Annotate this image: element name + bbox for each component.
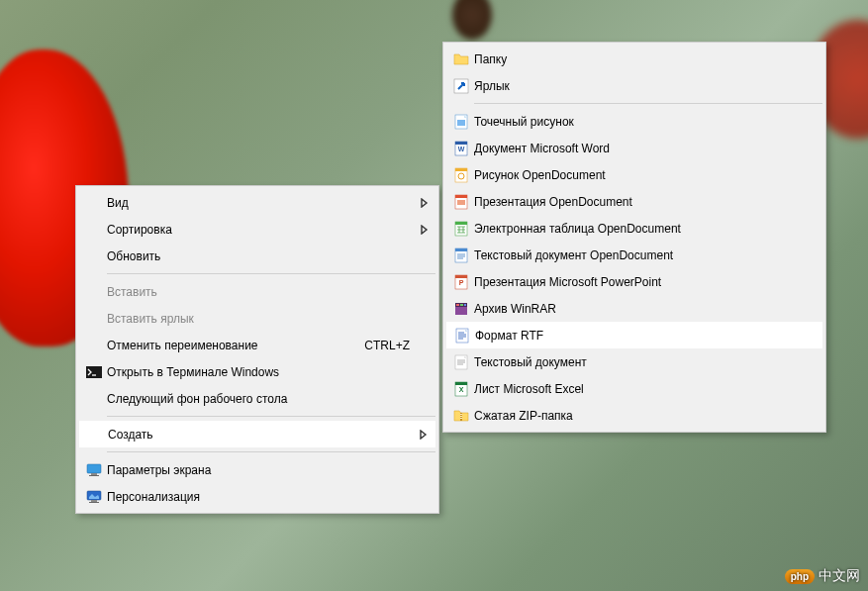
secondaryMenu-item-label: Документ Microsoft Word	[474, 142, 805, 155]
primaryMenu-item-0[interactable]: Вид	[79, 189, 435, 216]
blank-icon	[81, 193, 107, 213]
primaryMenu-item-label: Вид	[107, 196, 418, 210]
secondaryMenu-item-13[interactable]: XЛист Microsoft Excel	[446, 375, 822, 402]
chevron-right-icon	[418, 225, 432, 235]
secondaryMenu-item-label: Сжатая ZIP-папка	[474, 409, 805, 423]
svg-rect-12	[455, 142, 467, 145]
terminal-icon	[81, 362, 107, 382]
primaryMenu-item-2[interactable]: Обновить	[79, 243, 435, 269]
svg-rect-29	[456, 304, 459, 306]
create-new-submenu: ПапкуЯрлыкТочечный рисунокWДокумент Micr…	[442, 42, 826, 433]
svg-rect-10	[457, 120, 465, 126]
xls-icon: X	[448, 379, 474, 399]
secondaryMenu-item-1[interactable]: Ярлык	[446, 72, 822, 99]
watermark-badge: php	[785, 569, 815, 584]
primaryMenu-item-label: Открыть в Терминале Windows	[107, 365, 418, 379]
svg-rect-0	[86, 366, 102, 378]
word-icon: W	[448, 139, 474, 158]
primaryMenu-item-12[interactable]: Параметры экрана	[79, 456, 435, 483]
ppt-icon: P	[448, 272, 474, 292]
svg-rect-19	[457, 200, 465, 205]
svg-rect-3	[91, 473, 97, 475]
primaryMenu-item-8[interactable]: Следующий фон рабочего стола	[79, 385, 435, 412]
display-icon	[81, 460, 107, 480]
secondaryMenu-item-label: Архив WinRAR	[474, 302, 805, 316]
primaryMenu-item-1[interactable]: Сортировка	[79, 216, 435, 243]
secondaryMenu-item-label: Формат RTF	[475, 329, 804, 343]
blank-icon	[81, 389, 107, 409]
blank-icon	[81, 220, 107, 240]
primaryMenu-item-label: Обновить	[107, 249, 418, 263]
svg-rect-15	[455, 168, 467, 171]
svg-rect-18	[455, 195, 467, 198]
secondaryMenu-item-label: Презентация OpenDocument	[474, 195, 805, 209]
primaryMenu-separator	[107, 416, 435, 417]
svg-rect-25	[455, 275, 467, 278]
secondaryMenu-item-label: Точечный рисунок	[474, 115, 805, 129]
blank-icon	[81, 336, 107, 355]
svg-rect-38	[460, 414, 462, 415]
primaryMenu-item-4: Вставить	[79, 278, 435, 305]
svg-rect-7	[89, 502, 99, 503]
secondaryMenu-item-0[interactable]: Папку	[446, 46, 822, 72]
secondaryMenu-item-5[interactable]: Рисунок OpenDocument	[446, 161, 822, 188]
blank-icon	[81, 246, 107, 266]
secondaryMenu-item-label: Лист Microsoft Excel	[474, 382, 805, 396]
secondaryMenu-item-11[interactable]: Формат RTF	[446, 322, 822, 348]
svg-rect-6	[91, 500, 97, 502]
svg-rect-31	[464, 304, 466, 306]
secondaryMenu-item-3[interactable]: Точечный рисунок	[446, 108, 822, 135]
primaryMenu-item-6[interactable]: Отменить переименованиеCTRL+Z	[79, 332, 435, 358]
primaryMenu-item-13[interactable]: Персонализация	[79, 483, 435, 510]
svg-rect-23	[455, 248, 467, 251]
svg-text:P: P	[459, 279, 464, 286]
svg-rect-39	[460, 416, 462, 417]
chevron-right-icon	[418, 198, 432, 208]
odg-icon	[448, 165, 474, 185]
blank-icon	[82, 425, 108, 444]
primaryMenu-item-label: Следующий фон рабочего стола	[107, 392, 418, 406]
primaryMenu-item-5: Вставить ярлык	[79, 305, 435, 332]
primaryMenu-item-label: Отменить переименование	[107, 339, 364, 352]
secondaryMenu-item-label: Рисунок OpenDocument	[474, 168, 805, 182]
bitmap-icon	[448, 112, 474, 132]
secondaryMenu-item-8[interactable]: Текстовый документ OpenDocument	[446, 242, 822, 268]
primaryMenu-item-10[interactable]: Создать	[79, 421, 435, 447]
secondaryMenu-item-10[interactable]: Архив WinRAR	[446, 295, 822, 322]
secondaryMenu-item-label: Папку	[474, 52, 805, 66]
shortcut-icon	[448, 76, 474, 96]
svg-rect-2	[87, 464, 101, 473]
secondaryMenu-item-label: Текстовый документ OpenDocument	[474, 248, 805, 262]
primaryMenu-item-label: Вставить	[107, 285, 418, 299]
odp-icon	[448, 192, 474, 212]
folder-icon	[448, 49, 474, 69]
secondaryMenu-item-7[interactable]: Электронная таблица OpenDocument	[446, 215, 822, 242]
secondaryMenu-item-label: Ярлык	[474, 79, 805, 93]
personalize-icon	[81, 487, 107, 507]
desktop-context-menu: ВидСортировкаОбновитьВставитьВставить яр…	[75, 185, 439, 514]
primaryMenu-item-label: Параметры экрана	[107, 463, 418, 477]
svg-text:W: W	[458, 146, 465, 152]
zip-icon	[448, 406, 474, 426]
svg-rect-30	[460, 304, 463, 306]
blank-icon	[81, 309, 107, 329]
blank-icon	[81, 282, 107, 302]
secondaryMenu-item-6[interactable]: Презентация OpenDocument	[446, 188, 822, 215]
odt-icon	[448, 246, 474, 265]
rar-icon	[448, 299, 474, 319]
secondaryMenu-item-12[interactable]: Текстовый документ	[446, 348, 822, 375]
primaryMenu-item-7[interactable]: Открыть в Терминале Windows	[79, 358, 435, 385]
primaryMenu-separator	[107, 451, 435, 452]
secondaryMenu-separator	[474, 103, 822, 104]
secondaryMenu-item-9[interactable]: PПрезентация Microsoft PowerPoint	[446, 268, 822, 295]
secondaryMenu-item-label: Текстовый документ	[474, 355, 805, 369]
primaryMenu-item-label: Вставить ярлык	[107, 312, 418, 326]
primaryMenu-item-label: Сортировка	[107, 223, 418, 237]
secondaryMenu-item-14[interactable]: Сжатая ZIP-папка	[446, 402, 822, 429]
watermark-text: 中文网	[819, 567, 860, 585]
svg-rect-40	[460, 418, 462, 419]
primaryMenu-separator	[107, 273, 435, 274]
watermark: php 中文网	[785, 567, 860, 585]
secondaryMenu-item-4[interactable]: WДокумент Microsoft Word	[446, 135, 822, 161]
background-flower-bud	[452, 0, 492, 40]
